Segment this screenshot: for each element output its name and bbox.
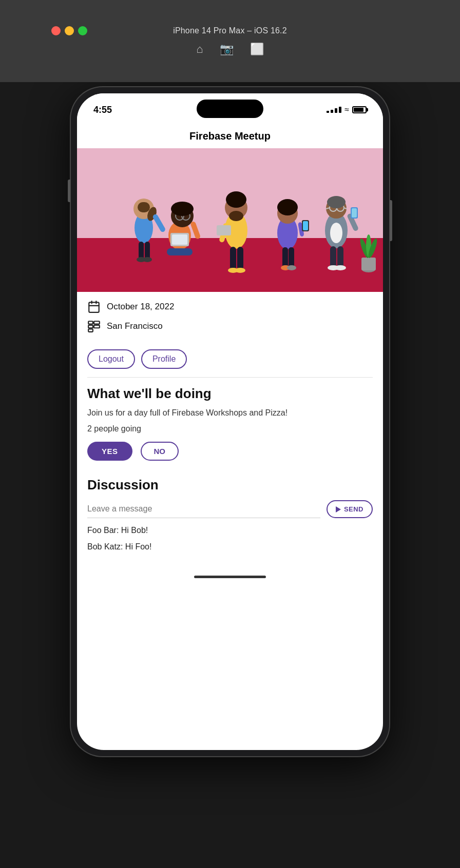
hero-image xyxy=(77,148,383,292)
svg-rect-64 xyxy=(88,321,93,324)
what-doing-title: What we'll be doing xyxy=(87,386,373,402)
svg-rect-7 xyxy=(145,242,150,260)
svg-rect-50 xyxy=(352,208,357,218)
dynamic-island xyxy=(197,100,263,118)
message-input-row: SEND xyxy=(87,500,373,518)
no-button[interactable]: NO xyxy=(141,442,179,461)
svg-rect-67 xyxy=(94,321,100,324)
date-row: October 18, 2022 xyxy=(87,300,373,313)
svg-point-9 xyxy=(143,257,152,262)
hero-illustration xyxy=(77,148,383,292)
svg-rect-56 xyxy=(361,258,376,270)
rotate-icon[interactable]: ⬜ xyxy=(250,43,264,56)
send-arrow-icon xyxy=(336,506,341,512)
svg-rect-66 xyxy=(88,329,93,331)
svg-point-22 xyxy=(229,211,243,221)
phone-screen: DEBUG 4:55 ≈ xyxy=(77,93,383,750)
profile-button[interactable]: Profile xyxy=(141,349,187,369)
event-location: San Francisco xyxy=(107,321,163,331)
fullscreen-button[interactable] xyxy=(78,26,87,35)
yes-button[interactable]: YES xyxy=(87,442,132,461)
phone-frame: DEBUG 4:55 ≈ xyxy=(71,87,389,756)
message-item: Bob Katz: Hi Foo! xyxy=(87,541,373,553)
svg-rect-52 xyxy=(337,246,343,268)
traffic-lights[interactable] xyxy=(51,26,87,35)
svg-point-27 xyxy=(235,268,245,273)
event-details: October 18, 2022 San Francisco xyxy=(77,292,383,347)
svg-rect-29 xyxy=(217,225,231,235)
status-time: 4:55 xyxy=(93,105,112,115)
rsvp-buttons: YES NO xyxy=(87,442,373,461)
status-bar: 4:55 ≈ xyxy=(77,93,383,122)
svg-rect-65 xyxy=(88,325,93,328)
signal-icon xyxy=(327,107,341,113)
minimize-button[interactable] xyxy=(65,26,74,35)
location-icon xyxy=(87,320,101,333)
discussion-title: Discussion xyxy=(87,477,373,493)
message-item: Foo Bar: Hi Bob! xyxy=(87,524,373,537)
phone-wrapper: DEBUG 4:55 ≈ xyxy=(71,87,389,756)
svg-point-32 xyxy=(277,199,298,215)
app-content: Firebase Meetup xyxy=(77,122,383,567)
event-description: Join us for a day full of Firebase Works… xyxy=(87,407,373,419)
home-bar xyxy=(194,576,266,578)
event-date: October 18, 2022 xyxy=(107,302,174,312)
svg-rect-36 xyxy=(282,247,288,268)
send-label: SEND xyxy=(344,505,363,513)
action-buttons: Logout Profile xyxy=(77,347,383,377)
discussion-section: Discussion SEND Foo Bar: Hi Bob! xyxy=(77,473,383,567)
svg-rect-37 xyxy=(289,247,294,268)
svg-point-39 xyxy=(287,265,296,270)
close-button[interactable] xyxy=(51,26,61,35)
svg-rect-51 xyxy=(330,246,336,268)
home-icon[interactable]: ⌂ xyxy=(196,43,203,56)
mac-toolbar: iPhone 14 Pro Max – iOS 16.2 ⌂ 📷 ⬜ xyxy=(0,0,460,82)
message-text-2: Bob Katz: Hi Foo! xyxy=(87,542,151,551)
svg-rect-6 xyxy=(139,242,144,260)
logout-button[interactable]: Logout xyxy=(87,349,135,369)
message-text-1: Foo Bar: Hi Bob! xyxy=(87,526,148,535)
svg-rect-16 xyxy=(167,248,193,255)
svg-rect-60 xyxy=(89,302,99,312)
message-input[interactable] xyxy=(87,500,320,518)
calendar-icon xyxy=(87,300,101,313)
location-row: San Francisco xyxy=(87,320,373,333)
mac-toolbar-icons: ⌂ 📷 ⬜ xyxy=(196,43,263,56)
svg-rect-24 xyxy=(230,247,236,270)
screenshot-icon[interactable]: 📷 xyxy=(220,43,234,56)
debug-badge: DEBUG xyxy=(379,93,383,105)
svg-point-41 xyxy=(330,223,342,243)
send-button[interactable]: SEND xyxy=(327,500,373,518)
svg-point-54 xyxy=(335,265,346,270)
app-header: Firebase Meetup xyxy=(77,122,383,148)
window-title: iPhone 14 Pro Max – iOS 16.2 xyxy=(173,26,287,35)
messages-list: Foo Bar: Hi Bob! Bob Katz: Hi Foo! xyxy=(87,524,373,553)
page-title: Firebase Meetup xyxy=(189,130,271,142)
attendees-count: 2 people going xyxy=(87,424,373,433)
svg-rect-68 xyxy=(94,325,100,328)
home-indicator xyxy=(77,567,383,584)
svg-rect-25 xyxy=(237,247,243,270)
svg-rect-18 xyxy=(172,234,187,245)
svg-rect-35 xyxy=(303,221,308,230)
svg-point-23 xyxy=(226,191,246,208)
svg-point-47 xyxy=(327,196,346,208)
svg-rect-5 xyxy=(138,202,150,212)
what-doing-section: What we'll be doing Join us for a day fu… xyxy=(77,378,383,473)
svg-point-15 xyxy=(171,202,194,216)
